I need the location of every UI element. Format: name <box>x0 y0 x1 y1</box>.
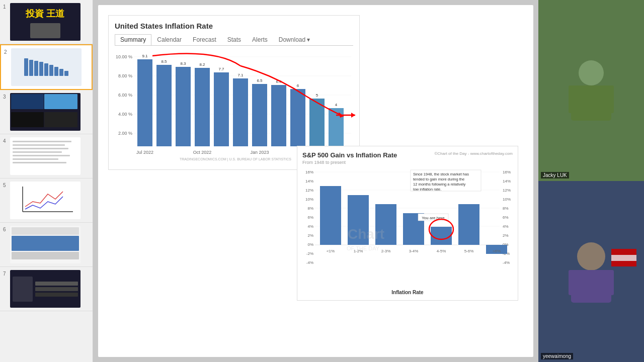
svg-rect-18 <box>195 68 210 146</box>
svg-rect-103 <box>611 255 636 261</box>
svg-text:4%: 4% <box>503 224 509 229</box>
svg-rect-96 <box>604 85 614 113</box>
tab-summary[interactable]: Summary <box>115 34 151 45</box>
svg-text:8.2: 8.2 <box>199 62 205 67</box>
slide-item-6[interactable]: 6 <box>0 223 93 267</box>
person-bottom <box>538 181 644 362</box>
sp500-subtitle: From 1948 to present <box>302 160 397 165</box>
svg-text:Chart: Chart <box>348 226 384 242</box>
chart-title: United States Inflation Rate <box>115 22 353 30</box>
svg-text:9.1: 9.1 <box>142 54 148 58</box>
svg-text:8.00 %: 8.00 % <box>118 73 132 78</box>
svg-text:<1%: <1% <box>327 249 335 253</box>
svg-rect-24 <box>252 84 267 146</box>
slide-thumb-5 <box>10 182 80 219</box>
svg-text:12%: 12% <box>503 188 511 193</box>
slide-thumb-3 <box>10 93 80 131</box>
sp500-x-title: Inflation Rate <box>302 290 513 295</box>
slide-thumb-6 <box>10 226 80 263</box>
slide-number-2: 2 <box>4 49 9 55</box>
slide-item-7[interactable]: 7 <box>0 267 93 311</box>
svg-rect-32 <box>329 108 344 146</box>
svg-text:5: 5 <box>316 93 318 98</box>
svg-text:14%: 14% <box>305 179 313 184</box>
video-panel-top: Jacky LUK <box>538 0 644 181</box>
tab-download[interactable]: Download ▾ <box>273 34 316 45</box>
svg-rect-95 <box>569 85 579 113</box>
svg-text:OF THE DAY: OF THE DAY <box>347 245 380 251</box>
svg-rect-26 <box>271 85 286 146</box>
slide-thumb-2 <box>11 48 82 86</box>
sp500-source: ©Chart of the Day - www.chartoftheday.co… <box>434 151 513 156</box>
svg-text:4: 4 <box>335 103 338 107</box>
sp500-chart: S&P 500 Gain vs Inflation Rate From 1948… <box>297 146 518 301</box>
slide-panel: 1 投資 王道 2 <box>0 0 93 362</box>
svg-text:3-4%: 3-4% <box>409 249 419 253</box>
svg-text:2%: 2% <box>307 233 313 238</box>
svg-text:4.00 %: 4.00 % <box>118 112 132 117</box>
inflation-bar-chart: 10.00 % 8.00 % 6.00 % 4.00 % 2.00 % 9.1 <box>115 51 356 161</box>
svg-text:10%: 10% <box>305 197 313 202</box>
logo-text-thumb: 投資 王道 <box>26 9 64 19</box>
slide-thumb-7 <box>10 270 80 308</box>
slide-item-2[interactable]: 2 <box>0 44 93 90</box>
svg-rect-14 <box>156 65 172 146</box>
tab-forecast[interactable]: Forecast <box>187 34 222 45</box>
slide-number-6: 6 <box>3 227 8 232</box>
svg-text:8%: 8% <box>503 206 509 211</box>
slide-number-5: 5 <box>3 183 8 188</box>
tab-calendar[interactable]: Calendar <box>151 34 187 45</box>
slide-item-4[interactable]: 4 <box>0 134 93 178</box>
svg-point-97 <box>577 242 605 270</box>
tab-stats[interactable]: Stats <box>222 34 247 45</box>
slide-number-1: 1 <box>3 4 8 10</box>
svg-text:Oct 2022: Oct 2022 <box>193 150 212 155</box>
video-label-bottom: yeewaimong <box>541 353 573 359</box>
svg-text:12%: 12% <box>305 188 313 193</box>
svg-rect-12 <box>137 59 152 146</box>
svg-text:-4%: -4% <box>503 260 510 265</box>
svg-text:4%: 4% <box>307 224 313 229</box>
svg-text:5-6%: 5-6% <box>464 249 474 253</box>
svg-text:10%: 10% <box>503 197 511 202</box>
tab-alerts[interactable]: Alerts <box>247 34 273 45</box>
video-label-top: Jacky LUK <box>541 172 569 178</box>
svg-text:16%: 16% <box>503 170 511 174</box>
svg-rect-16 <box>176 67 191 146</box>
svg-text:tended to gain more during the: tended to gain more during the <box>413 177 464 182</box>
svg-rect-73 <box>431 227 452 245</box>
svg-text:low inflation rate.: low inflation rate. <box>413 187 441 192</box>
svg-text:6%: 6% <box>307 215 313 220</box>
svg-text:0%: 0% <box>307 242 313 247</box>
svg-text:>6%: >6% <box>493 249 501 253</box>
slide-number-4: 4 <box>3 138 8 144</box>
slide-item-3[interactable]: 3 <box>0 90 93 134</box>
slide-item-5[interactable]: 5 <box>0 178 93 223</box>
svg-rect-100 <box>604 270 614 295</box>
slide-thumb-1: 投資 王道 <box>10 3 80 41</box>
svg-rect-102 <box>611 249 636 255</box>
sp500-title: S&P 500 Gain vs Inflation Rate <box>302 151 397 159</box>
svg-text:7.1: 7.1 <box>237 73 244 77</box>
svg-text:Jan 2023: Jan 2023 <box>250 150 269 155</box>
slide-thumb-4 <box>10 137 80 175</box>
svg-text:8%: 8% <box>307 206 313 211</box>
svg-text:6: 6 <box>297 83 299 88</box>
slide-number-3: 3 <box>3 94 8 100</box>
presentation-slide: United States Inflation Rate Summary Cal… <box>98 5 533 357</box>
svg-rect-104 <box>611 261 636 266</box>
svg-text:6%: 6% <box>503 215 509 220</box>
chart-tabs: Summary Calendar Forecast Stats Alerts D… <box>115 34 353 46</box>
svg-text:6.00 %: 6.00 % <box>118 93 132 98</box>
svg-rect-22 <box>233 78 248 146</box>
svg-text:14%: 14% <box>503 179 511 184</box>
svg-text:-4%: -4% <box>306 260 313 265</box>
svg-text:16%: 16% <box>305 170 313 174</box>
svg-rect-74 <box>458 204 479 245</box>
svg-rect-99 <box>569 270 579 295</box>
slide-item-1[interactable]: 1 投資 王道 <box>0 0 93 44</box>
video-panel-bottom: yeewaimong <box>538 181 644 362</box>
svg-text:8.3: 8.3 <box>180 61 186 66</box>
svg-rect-20 <box>214 72 229 146</box>
svg-text:7.7: 7.7 <box>218 67 224 71</box>
